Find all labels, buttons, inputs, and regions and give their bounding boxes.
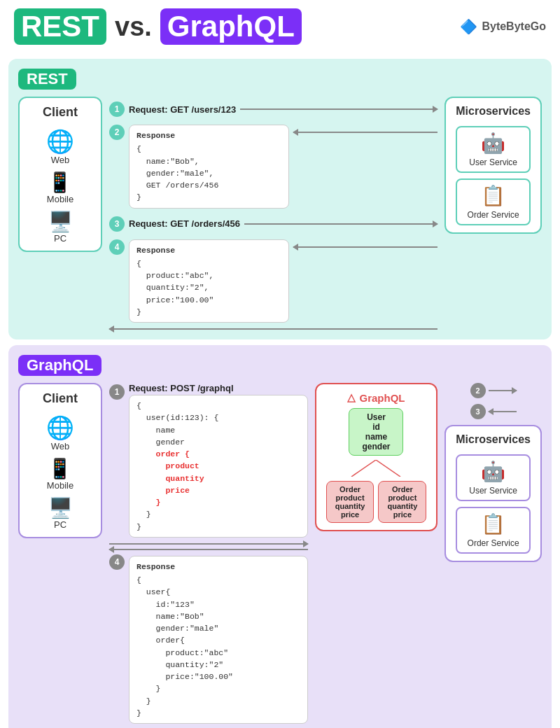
- rest-step4-area: 4 Response { product:"abc", quantity:"2"…: [109, 238, 438, 325]
- rest-req3-label: Request: GET /orders/456: [129, 218, 240, 229]
- gql-step2-row: 2: [470, 383, 517, 398]
- gql-pc-icon: 🖥️: [48, 496, 73, 519]
- rest-label: REST: [18, 69, 76, 90]
- user-node-fields: idnamegender: [362, 422, 390, 451]
- rest-client-box: Client 🌐 Web 📱 Mobile 🖥️ PC: [18, 97, 102, 252]
- graphql-right-area: 2 3 Microservices 🤖 User Service 📋 Order…: [444, 383, 542, 562]
- order-node2-title: Order: [387, 485, 417, 493]
- rest-user-service-icon: 🤖: [481, 132, 505, 155]
- graphql-triangle-icon: △: [347, 391, 356, 404]
- rest-microservices-box: Microservices 🤖 User Service 📋 Order Ser…: [444, 97, 542, 234]
- rest-mobile-label: Mobile: [47, 194, 74, 204]
- rest-section: REST Client 🌐 Web 📱 Mobile 🖥️ PC 1 Reque…: [8, 59, 552, 340]
- rest-client-title: Client: [43, 105, 78, 120]
- rest-diagram: Client 🌐 Web 📱 Mobile 🖥️ PC 1 Request: G…: [18, 97, 542, 330]
- graphql-middle-left: 1 Request: POST /graphql { user(id:123):…: [109, 383, 308, 725]
- rest-order-service-icon: 📋: [481, 184, 505, 207]
- rest-bottom-arrow: [109, 328, 438, 330]
- gql-arrow-left: [109, 549, 308, 550]
- gql-web-icon: 🌐: [46, 414, 74, 441]
- gql-req1-area: Request: POST /graphql { user(id:123): {…: [129, 383, 308, 539]
- graphql-section: GraphQL Client 🌐 Web 📱 Mobile 🖥️ PC 1: [8, 345, 552, 728]
- order-node1-title: Order: [335, 485, 365, 493]
- rest-order-service-label: Order Service: [468, 210, 519, 220]
- svg-line-1: [376, 460, 400, 477]
- gql-step4-circle: 4: [109, 554, 125, 570]
- graphql-step1-area: 1 Request: POST /graphql { user(id:123):…: [109, 383, 308, 539]
- web-icon: 🌐: [46, 128, 74, 155]
- header: REST vs. GraphQL 🔷 ByteByteGo: [0, 0, 560, 53]
- gql-step3-circle: 3: [470, 404, 486, 419]
- gql-arr-3: [489, 411, 517, 412]
- rest-step4-circle: 4: [109, 239, 125, 255]
- gql-step1-circle: 1: [109, 384, 125, 400]
- title-rest: REST: [14, 8, 106, 45]
- gql-user-service-label: User Service: [469, 486, 517, 496]
- graphql-step4-area: 4 Response { user{ id:"123" name:"Bob" g…: [109, 554, 308, 725]
- rest-client-pc: 🖥️ PC: [48, 210, 73, 244]
- rest-arrow4: [293, 246, 438, 248]
- rest-resp4-title: Response: [136, 244, 281, 256]
- brand-icon: 🔷: [460, 18, 477, 35]
- rest-arrow2: [293, 132, 438, 133]
- rest-step1-circle: 1: [109, 102, 125, 117]
- connector-svg: [334, 460, 418, 477]
- rest-step2-area: 2 Response { name:"Bob", gender:"male", …: [109, 123, 438, 210]
- rest-pc-label: PC: [54, 233, 66, 244]
- rest-resp2-box: Response { name:"Bob", gender:"male", GE…: [129, 125, 289, 209]
- rest-step3-circle: 3: [109, 216, 125, 232]
- gql-mobile-icon: 📱: [48, 457, 72, 480]
- gql-mobile-label: Mobile: [47, 480, 74, 491]
- gql-arr-2: [489, 390, 517, 391]
- user-node: User idnamegender: [349, 408, 403, 456]
- rest-micro-title: Microservices: [456, 105, 531, 118]
- gql-arr-r: [109, 543, 308, 545]
- graphql-micro-title: Microservices: [456, 433, 531, 446]
- gql-req1-body: { user(id:123): { name gender order { pr…: [129, 395, 308, 538]
- gql-resp4-title: Response: [136, 561, 300, 573]
- graphql-client-box: Client 🌐 Web 📱 Mobile 🖥️ PC: [18, 383, 102, 538]
- pc-icon: 🖥️: [48, 210, 73, 233]
- title-vs: vs.: [115, 12, 152, 42]
- graphql-center-name: GraphQL: [359, 392, 405, 404]
- graphql-diagram: Client 🌐 Web 📱 Mobile 🖥️ PC 1 Request: P…: [18, 383, 542, 725]
- svg-line-0: [351, 460, 376, 477]
- gql-resp4-body: { user{ id:"123" name:"Bob" gender:"male…: [136, 574, 300, 719]
- gql-order-service-label: Order Service: [468, 538, 519, 548]
- rest-resp2-title: Response: [136, 130, 281, 141]
- graphql-center-box: △ GraphQL User idnamegender Order produc…: [315, 383, 438, 531]
- graphql-center-area: △ GraphQL User idnamegender Order produc…: [315, 383, 438, 531]
- gql-arrow-right: [109, 543, 308, 545]
- rest-client-mobile: 📱 Mobile: [47, 171, 74, 204]
- order-node-1: Order productquantityprice: [326, 481, 374, 523]
- graphql-client-mobile: 📱 Mobile: [47, 457, 74, 491]
- rest-arrow3: [244, 223, 438, 225]
- gql-req1-label: Request: POST /graphql: [129, 383, 308, 393]
- gql-step3-row: 3: [470, 404, 517, 419]
- brand: 🔷 ByteByteGo: [460, 18, 546, 35]
- brand-name: ByteByteGo: [482, 20, 546, 33]
- user-node-title: User: [362, 412, 390, 422]
- gql-resp4-box: Response { user{ id:"123" name:"Bob" gen…: [129, 556, 308, 724]
- order-nodes-row: Order productquantityprice Order product…: [326, 481, 427, 523]
- graphql-center-title: △ GraphQL: [347, 391, 405, 404]
- rest-resp2-body: { name:"Bob", gender:"male", GET /orders…: [136, 143, 281, 203]
- rest-step2-circle: 2: [109, 125, 125, 140]
- order-node1-fields: productquantityprice: [335, 493, 365, 519]
- graphql-client-pc: 🖥️ PC: [48, 496, 73, 530]
- graphql-order-service: 📋 Order Service: [456, 507, 531, 554]
- order-node2-fields: productquantityprice: [387, 493, 417, 519]
- gql-order-service-icon: 📋: [481, 512, 505, 536]
- gql-user-service-icon: 🤖: [481, 460, 505, 483]
- rest-step1-row: 1 Request: GET /users/123: [109, 102, 438, 117]
- gql-step2-circle: 2: [470, 383, 486, 398]
- order-node-2: Order productquantityprice: [378, 481, 426, 523]
- rest-web-label: Web: [51, 155, 70, 165]
- graphql-label: GraphQL: [18, 355, 102, 376]
- graphql-user-service: 🤖 User Service: [456, 454, 531, 501]
- rest-user-service-label: User Service: [469, 158, 517, 167]
- graphql-microservices-box: Microservices 🤖 User Service 📋 Order Ser…: [444, 425, 542, 562]
- rest-middle: 1 Request: GET /users/123 2 Response { n…: [109, 97, 438, 330]
- rest-arrow-bottom: [109, 328, 438, 330]
- rest-user-service: 🤖 User Service: [456, 126, 531, 173]
